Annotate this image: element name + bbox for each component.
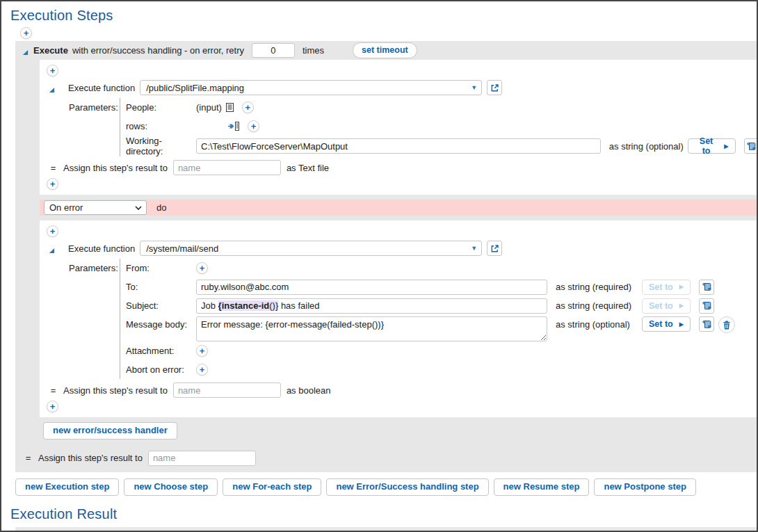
add-substep-button[interactable]: + <box>47 401 58 412</box>
to-input[interactable] <box>196 280 547 295</box>
function-path-input[interactable] <box>145 82 468 94</box>
add-value-button[interactable]: + <box>242 102 254 113</box>
param-label: People: <box>126 102 192 113</box>
function-row: Execute function ▼ <box>49 241 751 256</box>
assign-label: Assign this step's result to <box>63 163 168 173</box>
message-body-textarea[interactable]: Error message: {error-message(failed-ste… <box>196 316 547 341</box>
parameters-section: Parameters: People: (input) + rows: <box>69 98 751 156</box>
execute-function-label: Execute function <box>68 83 135 93</box>
scroll-icon <box>702 301 711 310</box>
param-type-label: as string (optional) <box>556 316 638 330</box>
collapse-icon[interactable] <box>49 245 55 252</box>
function-path-combobox[interactable]: ▼ <box>140 241 482 256</box>
new-postpone-step-button[interactable]: new Postpone step <box>594 478 695 496</box>
parameters-label: Parameters: <box>69 259 120 379</box>
subject-input[interactable]: Job {instance-id()} has failed <box>196 298 547 314</box>
param-type-label: as string (required) <box>556 282 638 292</box>
assign-type-label: as Text file <box>287 163 329 173</box>
add-substep-button[interactable]: + <box>47 225 58 237</box>
times-label: times <box>303 45 324 56</box>
step-title-text: with error/success handling - on error, … <box>72 45 244 56</box>
param-row-subject: Subject: Job {instance-id()} has failed … <box>126 296 751 315</box>
equals-sign: = <box>49 385 58 396</box>
new-choose-step-button[interactable]: new Choose step <box>124 478 218 496</box>
param-row-attachment: Attachment: + <box>126 341 751 360</box>
equals-sign: = <box>24 453 33 463</box>
function-row: Execute function ▼ <box>49 80 751 95</box>
collapse-icon[interactable] <box>22 47 29 54</box>
add-value-button[interactable]: + <box>196 262 208 274</box>
param-row-from: From: + <box>126 259 751 277</box>
xpath-expression-button[interactable] <box>744 138 758 154</box>
collapse-icon[interactable] <box>49 85 55 91</box>
assign-result-row: = Assign this step's result to as boolea… <box>49 382 751 398</box>
assign-result-row: = Assign this step's result to as Text f… <box>49 160 751 175</box>
add-value-button[interactable]: + <box>248 120 259 132</box>
function-path-combobox[interactable]: ▼ <box>140 80 482 95</box>
set-timeout-button[interactable]: set timeout <box>353 42 417 58</box>
delete-parameter-button[interactable] <box>718 316 735 333</box>
xpath-expression-button[interactable] <box>699 280 714 295</box>
add-step-button[interactable]: + <box>20 27 32 39</box>
xpath-expression-button[interactable] <box>699 298 714 314</box>
param-label: Message body: <box>126 316 192 330</box>
set-to-button[interactable]: Set to ▶ <box>688 138 736 154</box>
assign-type-label: as boolean <box>287 385 331 396</box>
param-row-abort-on-error: Abort on error: + <box>126 360 751 379</box>
function-path-input[interactable] <box>145 243 468 255</box>
parameters-label: Parameters: <box>69 98 120 156</box>
set-to-button[interactable]: Set to ▶ <box>642 316 691 332</box>
trash-icon <box>723 321 731 330</box>
step-title-bold: Execute <box>33 45 68 56</box>
set-to-button-disabled[interactable]: Set to ▶ <box>642 280 691 295</box>
set-to-arrow-icon: ▶ <box>679 321 684 328</box>
external-link-icon <box>490 244 499 253</box>
stream-into-list-icon <box>196 122 239 131</box>
execute-function-step-2: + Execute function ▼ Parameters: <box>40 220 757 417</box>
assign-label: Assign this step's result to <box>38 453 143 463</box>
param-type-label: as string (optional) <box>609 141 684 152</box>
add-value-button[interactable]: + <box>196 345 208 357</box>
set-to-button-disabled[interactable]: Set to ▶ <box>642 298 691 314</box>
execution-result-heading: Execution Result <box>10 506 757 522</box>
open-function-button[interactable] <box>487 80 502 95</box>
execute-function-step-1: + Execute function ▼ Parameters: <box>40 60 757 195</box>
param-label: To: <box>126 282 192 292</box>
new-error-success-handling-step-button[interactable]: new Error/Success handling step <box>326 478 488 496</box>
list-source-icon <box>226 103 234 112</box>
param-row-rows: rows: + <box>126 117 758 136</box>
do-label: do <box>156 202 166 213</box>
new-execution-step-button[interactable]: new Execution step <box>15 478 119 496</box>
outer-assign-result-row: = Assign this step's result to <box>24 451 757 466</box>
xpath-expression-button[interactable] <box>699 316 714 332</box>
param-value: (input) <box>196 102 222 113</box>
working-directory-input[interactable] <box>196 138 601 154</box>
parameter-rows: From: + To: as string (required) Set to … <box>120 259 751 379</box>
dropdown-arrow-icon[interactable]: ▼ <box>471 85 477 91</box>
dropdown-arrow-icon[interactable]: ▼ <box>471 245 477 252</box>
new-error-success-handler-button[interactable]: new error/success handler <box>43 422 177 440</box>
execution-steps-heading: Execution Steps <box>10 8 757 24</box>
external-link-icon <box>490 83 499 92</box>
assign-result-name-input[interactable] <box>173 160 281 175</box>
set-to-arrow-icon: ▶ <box>679 303 684 309</box>
assign-result-name-input[interactable] <box>148 451 256 466</box>
new-step-buttons: new Execution step new Choose step new F… <box>15 478 757 496</box>
new-resume-step-button[interactable]: new Resume step <box>494 478 590 496</box>
add-value-button[interactable]: + <box>196 364 208 376</box>
page-frame: Execution Steps + Execute with error/suc… <box>0 0 758 532</box>
parameter-rows: People: (input) + rows: + <box>120 98 758 156</box>
error-handling-step-header: Execute with error/success handling - on… <box>15 41 757 60</box>
open-function-button[interactable] <box>487 241 502 256</box>
add-substep-button[interactable]: + <box>47 178 58 190</box>
param-row-working-directory: Working-directory: as string (optional) … <box>126 136 758 156</box>
add-substep-button[interactable]: + <box>47 65 58 76</box>
new-for-each-step-button[interactable]: new For-each step <box>223 478 321 496</box>
subject-expression: ()} <box>269 300 278 311</box>
subject-text: has failed <box>278 300 319 311</box>
retry-count-input[interactable] <box>252 43 295 58</box>
set-to-arrow-icon: ▶ <box>724 143 728 150</box>
assign-result-name-input[interactable] <box>173 382 281 398</box>
handler-condition-select[interactable]: On error <box>44 200 147 215</box>
set-to-label: Set to <box>649 301 673 311</box>
